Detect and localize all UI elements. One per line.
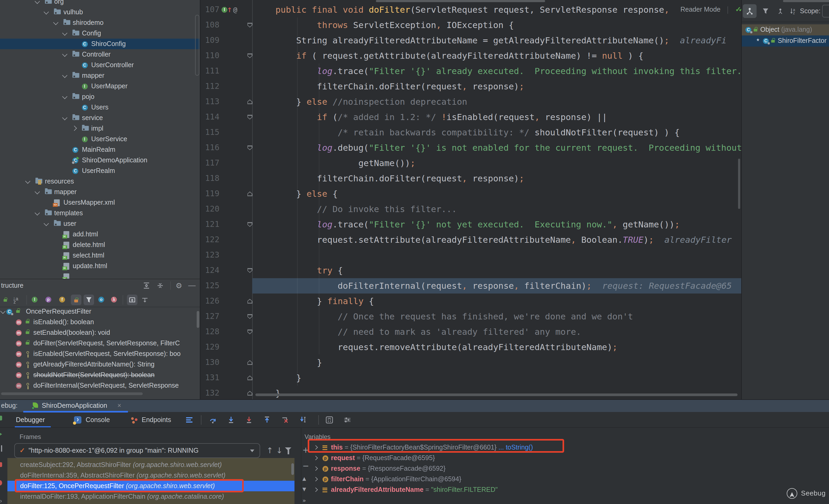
frame-up-icon[interactable]: ↑ <box>266 444 273 457</box>
tree-item-usermapper[interactable]: IUserMapper <box>0 81 200 92</box>
fold-marker-icon[interactable] <box>247 299 252 303</box>
reader-mode-label[interactable]: Reader Mode <box>680 6 721 13</box>
chevron-right-icon[interactable] <box>71 125 77 131</box>
chevron-down-icon[interactable] <box>62 94 67 99</box>
variable-row-filterChain[interactable]: pfilterChain = {ApplicationFilterChain@6… <box>312 474 829 484</box>
code-line-131[interactable]: 131 } <box>201 370 741 386</box>
structure-item[interactable]: mdoFilter(ServletRequest, ServletRespons… <box>0 338 200 349</box>
tree-item-shiroconfig[interactable]: CShiroConfig <box>0 39 200 49</box>
variable-row-request[interactable]: prequest = {RequestFacade@6595} <box>312 453 829 463</box>
hierarchy-button[interactable] <box>743 4 757 18</box>
tree-item-add-html[interactable]: Hadd.html <box>0 229 200 240</box>
code-line-129[interactable]: 129 request.removeAttribute(alreadyFilte… <box>201 339 741 355</box>
layout-settings-icon[interactable] <box>344 416 351 424</box>
locks-icon[interactable] <box>4 299 7 302</box>
chevron-down-icon[interactable] <box>0 309 5 314</box>
tree-item-mapper[interactable]: mapper <box>0 70 200 81</box>
expand-chevron-icon[interactable] <box>314 466 318 471</box>
tree-item[interactable]: H <box>0 271 200 279</box>
expand-chevron-icon[interactable] <box>314 477 318 481</box>
filter-button[interactable] <box>759 4 772 18</box>
show-properties-icon[interactable]: p <box>45 297 51 302</box>
tree-item-mainrealm[interactable]: CMainRealm <box>0 144 200 155</box>
fold-marker-icon[interactable] <box>247 115 252 119</box>
chevron-down-icon[interactable] <box>25 179 30 184</box>
structure-item[interactable]: mdoFilterInternal(ServletRequest, Servle… <box>0 380 200 391</box>
expand-side-icon[interactable]: » <box>302 497 306 504</box>
editor-vscrollbar[interactable] <box>738 159 740 209</box>
fold-marker-icon[interactable] <box>247 53 252 58</box>
variable-row-alreadyFilteredAttributeName[interactable]: alreadyFilteredAttributeName = "shiroFil… <box>312 484 829 495</box>
visibility-icon[interactable]: o <box>98 297 104 302</box>
frames-filter-icon[interactable] <box>285 447 291 451</box>
hide-icon[interactable]: — <box>188 279 195 292</box>
code-line-117[interactable]: 117 getName()); <box>201 155 741 171</box>
pause-icon[interactable] <box>1 445 2 452</box>
chevron-down-icon[interactable] <box>62 73 67 78</box>
evaluate-icon[interactable] <box>326 416 333 424</box>
remove-watch-icon[interactable]: − <box>302 461 309 471</box>
fold-marker-icon[interactable] <box>247 222 252 227</box>
code-line-118[interactable]: 118 filterChain.doFilter(request, respon… <box>201 171 741 186</box>
rerun-icon[interactable] <box>0 416 2 421</box>
code-line-130[interactable]: 130 } <box>201 355 741 370</box>
fold-marker-icon[interactable] <box>247 23 252 28</box>
tree-item-user[interactable]: user <box>0 218 200 229</box>
autoscroll-icon[interactable] <box>142 297 148 306</box>
show-fields-icon[interactable]: f <box>59 297 65 302</box>
code-line-110[interactable]: 110 if ( request.getAttribute(alreadyFil… <box>201 48 741 64</box>
frame-row[interactable]: createSubject:292, AbstractShiroFilter (… <box>7 460 294 470</box>
code-line-128[interactable]: 128 // need to mark as 'already filtered… <box>201 324 741 339</box>
tree-item-pojo[interactable]: pojo <box>0 92 200 102</box>
debug-session-tab[interactable]: ShiroDemoApplication <box>42 400 107 412</box>
code-line-109[interactable]: 109 String alreadyFilteredAttributeName … <box>201 33 741 48</box>
scroll-up-icon[interactable]: ▲ <box>302 476 306 481</box>
scope-dropdown[interactable] <box>822 5 829 17</box>
threads-view-icon[interactable] <box>186 417 192 423</box>
gear-icon[interactable]: ⚙ <box>176 279 182 292</box>
code-line-122[interactable]: 122 request.setAttribute(alreadyFiltered… <box>201 232 741 248</box>
frame-row[interactable]: doFilter:166, ApplicationFilterChain (or… <box>7 502 294 504</box>
code-line-112[interactable]: 112 filterChain.doFilter(request, respon… <box>201 79 741 94</box>
frames-scrollbar[interactable] <box>291 463 294 475</box>
step-into-icon[interactable] <box>227 416 235 424</box>
tree-item-userservice[interactable]: IUserService <box>0 134 200 144</box>
fold-marker-icon[interactable] <box>247 329 252 334</box>
fold-marker-icon[interactable] <box>247 391 252 396</box>
tree-item-shirodemoapplication[interactable]: CShiroDemoApplication <box>0 155 200 166</box>
code-line-115[interactable]: 115 /* retain backwards compatibility: *… <box>201 125 741 140</box>
memory-row[interactable]: CObject (java.lang) <box>742 24 829 35</box>
tree-item-usercontroller[interactable]: CUserController <box>0 60 200 70</box>
chevron-down-icon[interactable] <box>34 189 40 194</box>
code-line-126[interactable]: 126 } finally { <box>201 293 741 309</box>
reader-mode-widget[interactable]: Reader Mode ✓✓ <box>680 4 741 15</box>
structure-item[interactable]: misEnabled(): boolean <box>0 317 200 327</box>
code-line-111[interactable]: 111 log.trace("Filter '{}' already execu… <box>201 64 741 79</box>
chevron-down-icon[interactable] <box>34 0 40 4</box>
code-editor[interactable]: 107I↑@public final void doFilter(Servlet… <box>200 0 741 399</box>
expand-all-icon[interactable] <box>143 282 150 289</box>
code-line-123[interactable]: 123 <box>201 248 741 263</box>
expand-chevron-icon[interactable] <box>314 456 318 460</box>
step-out-icon[interactable] <box>263 416 271 424</box>
collapse-all-icon[interactable] <box>156 282 164 289</box>
chevron-down-icon[interactable] <box>44 221 49 226</box>
variable-row-response[interactable]: presponse = {ResponseFacade@6592} <box>312 463 829 474</box>
fold-marker-icon[interactable] <box>247 314 252 319</box>
code-line-108[interactable]: 108 throws ServletException, IOException… <box>201 17 741 33</box>
tab-console[interactable]: Console <box>86 412 110 428</box>
structure-item[interactable]: COncePerRequestFilter <box>0 306 200 317</box>
code-line-120[interactable]: 120 // Do invoke this filter... <box>201 202 741 217</box>
code-line-132[interactable]: 132} <box>201 386 741 399</box>
tree-item-vulhub[interactable]: vulhub <box>0 7 200 17</box>
structure-item[interactable]: mshouldNotFilter(ServletRequest): boolea… <box>0 370 200 380</box>
code-line-125[interactable]: 125 doFilterInternal(request, response, … <box>201 278 741 293</box>
lambda-icon[interactable]: λ <box>111 297 117 302</box>
code-line-114[interactable]: 114 if (/* added in 1.2: */ !isEnabled(r… <box>201 109 741 125</box>
tree-item-delete-html[interactable]: Hdelete.html <box>0 240 200 250</box>
fold-marker-icon[interactable] <box>247 268 252 273</box>
frame-row[interactable]: internalDoFilter:193, ApplicationFilterC… <box>7 491 294 502</box>
tab-endpoints[interactable]: Endpoints <box>142 412 171 428</box>
chevron-down-icon[interactable] <box>62 51 67 57</box>
tree-item-select-html[interactable]: Hselect.html <box>0 250 200 261</box>
